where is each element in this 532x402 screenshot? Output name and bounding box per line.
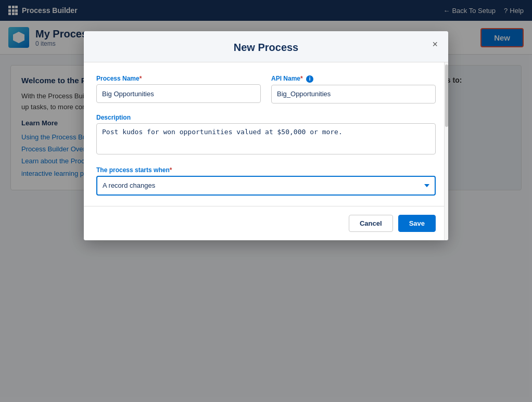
api-name-required: * [300, 75, 303, 82]
api-name-group: API Name* i [271, 75, 436, 103]
new-process-modal: New Process × Process Name* API Name* i [84, 31, 448, 201]
api-name-info-icon[interactable]: i [306, 75, 313, 83]
modal-header: New Process × [84, 31, 448, 62]
description-label: Description [96, 114, 436, 121]
process-name-group: Process Name* [96, 75, 261, 103]
modal-overlay: New Process × Process Name* API Name* i [0, 0, 532, 201]
process-name-required: * [140, 75, 142, 82]
description-input[interactable] [96, 123, 436, 154]
modal-scrollbar-track [444, 62, 448, 201]
modal-close-button[interactable]: × [430, 37, 440, 51]
starts-when-required: * [170, 166, 172, 174]
process-name-input[interactable] [96, 84, 261, 103]
form-row-name: Process Name* API Name* i [96, 75, 436, 103]
description-group: Description [96, 114, 436, 156]
api-name-label: API Name* i [271, 75, 436, 83]
modal-scrollbar-thumb [445, 64, 448, 127]
starts-when-label: The process starts when* [96, 166, 436, 174]
modal-title: New Process [96, 42, 436, 54]
modal-body: Process Name* API Name* i Description [84, 62, 448, 201]
api-name-input[interactable] [271, 85, 436, 103]
starts-when-group: The process starts when* A record change… [96, 166, 436, 196]
starts-when-select[interactable]: A record changesOnly when a record is cr… [96, 176, 436, 196]
process-name-label: Process Name* [96, 75, 261, 82]
